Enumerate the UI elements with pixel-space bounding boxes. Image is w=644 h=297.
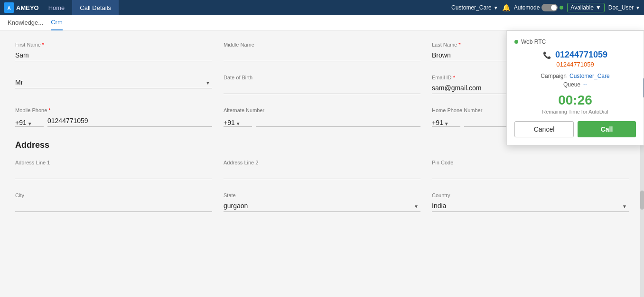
automode-toggle[interactable]: Automode <box>514 4 564 11</box>
customer-care-chevron-icon: ▼ <box>494 5 498 10</box>
mobile-country-code: +91 <box>15 119 27 126</box>
city-field: City <box>15 192 212 212</box>
phone-icon: 📞 <box>543 51 551 59</box>
salutation-select-wrapper: Mr Mrs Ms Dr ▼ <box>15 77 212 88</box>
mobile-phone-label: Mobile Phone * <box>15 107 212 113</box>
city-input[interactable] <box>15 200 212 212</box>
svg-text:A: A <box>7 6 10 11</box>
first-name-input[interactable] <box>15 49 212 61</box>
form-row-address-lines: Address Line 1 Address Line 2 Pin Code <box>15 160 629 179</box>
doc-user-chevron-icon: ▼ <box>635 5 640 10</box>
popup-queue-value: -- <box>583 81 587 88</box>
pincode-label: Pin Code <box>432 160 629 165</box>
alternate-phone-label: Alternate Number <box>224 107 420 113</box>
first-name-field: First Name * <box>15 42 212 61</box>
automode-switch[interactable] <box>541 4 558 11</box>
popup-header: Web RTC <box>514 38 636 45</box>
alternate-phone-input-group: +91 ▼ <box>224 115 420 127</box>
form-row-city-state-country: City State gurgaon ▼ Country India ▼ <box>15 192 629 212</box>
dob-input[interactable] <box>224 82 420 94</box>
call-button[interactable]: Call <box>578 121 636 137</box>
top-navigation: A AMEYO Home Call Details Customer_Care … <box>0 0 644 15</box>
address-line1-field: Address Line 1 <box>15 160 212 179</box>
bell-icon[interactable]: 🔔 <box>502 4 510 11</box>
country-label: Country <box>432 192 629 198</box>
doc-user-dropdown[interactable]: Doc_User ▼ <box>608 4 640 11</box>
popup-webrtc-label: Web RTC <box>521 38 546 45</box>
alt-code-wrapper: +91 ▼ <box>224 119 252 127</box>
alternate-phone-field: Alternate Number +91 ▼ <box>224 107 420 127</box>
alt-country-code: +91 <box>224 119 235 126</box>
middle-name-label: Middle Name <box>224 42 420 48</box>
alt-code-chevron-icon[interactable]: ▼ <box>236 121 241 126</box>
address-line2-input[interactable] <box>224 167 420 179</box>
popup-phone-blue: 📞 01244771059 <box>514 50 636 60</box>
address-line1-label: Address Line 1 <box>15 160 212 165</box>
logo: A AMEYO <box>4 2 39 13</box>
popup-buttons: Cancel Call <box>514 121 636 137</box>
address-line1-input[interactable] <box>15 167 212 179</box>
nav-tab-call-details[interactable]: Call Details <box>72 0 119 15</box>
country-field: Country India ▼ <box>432 192 629 212</box>
state-select-wrapper: gurgaon ▼ <box>224 200 420 212</box>
address-line2-field: Address Line 2 <box>224 160 420 179</box>
nav-right-section: Customer_Care ▼ 🔔 Automode Available ▼ D… <box>451 3 640 12</box>
popup-phone-orange: 01244771059 <box>514 61 636 68</box>
popup-timer: 00:26 <box>514 93 636 108</box>
popup-status-dot <box>514 40 518 44</box>
pincode-input[interactable] <box>432 167 629 179</box>
city-label: City <box>15 192 212 198</box>
call-popup: Web RTC 📞 01244771059 01244771059 Campai… <box>506 30 644 145</box>
first-name-label: First Name * <box>15 42 212 48</box>
dob-label: Date of Birth <box>224 75 420 80</box>
state-label: State <box>224 192 420 198</box>
pincode-field: Pin Code <box>432 160 629 179</box>
country-select[interactable]: India <box>432 200 629 212</box>
country-select-wrapper: India ▼ <box>432 200 629 212</box>
salutation-select[interactable]: Mr Mrs Ms Dr <box>15 77 212 88</box>
popup-queue-row: Queue -- <box>514 81 636 88</box>
customer-care-dropdown[interactable]: Customer_Care ▼ <box>451 4 498 11</box>
middle-name-input[interactable] <box>224 49 420 61</box>
state-select[interactable]: gurgaon <box>224 200 420 212</box>
nav-tab-home[interactable]: Home <box>41 0 73 15</box>
mobile-phone-field: Mobile Phone * +91 ▼ <box>15 107 212 127</box>
state-field: State gurgaon ▼ <box>224 192 420 212</box>
scrollbar-thumb[interactable] <box>640 191 644 210</box>
popup-campaign-value: Customer_Care <box>569 73 610 79</box>
salutation-field: Mr Mrs Ms Dr ▼ <box>15 75 212 94</box>
subnav-knowledge[interactable]: Knowledge... <box>8 15 43 30</box>
mobile-number-input[interactable] <box>47 115 212 127</box>
mobile-code-wrapper: +91 ▼ <box>15 119 44 127</box>
cancel-button[interactable]: Cancel <box>514 121 574 137</box>
automode-status-dot <box>560 6 563 10</box>
home-country-code: +91 <box>432 119 443 126</box>
mobile-code-chevron-icon[interactable]: ▼ <box>28 121 32 126</box>
middle-name-field: Middle Name <box>224 42 420 61</box>
dob-field: Date of Birth <box>224 75 420 94</box>
available-chevron-icon: ▼ <box>596 4 601 11</box>
sub-navigation: Knowledge... Crm <box>0 15 644 30</box>
address-line2-label: Address Line 2 <box>224 160 420 165</box>
subnav-crm[interactable]: Crm <box>51 15 63 30</box>
popup-timer-label: Remaining Time for AutoDial <box>514 109 636 115</box>
alt-number-input[interactable] <box>256 115 420 127</box>
home-code-wrapper: +91 ▼ <box>432 119 460 127</box>
popup-campaign-row: Campaign Customer_Care <box>514 73 636 79</box>
logo-text: AMEYO <box>16 4 39 11</box>
home-code-chevron-icon[interactable]: ▼ <box>444 121 449 126</box>
available-dropdown[interactable]: Available ▼ <box>567 3 604 12</box>
mobile-phone-input-group: +91 ▼ <box>15 115 212 127</box>
